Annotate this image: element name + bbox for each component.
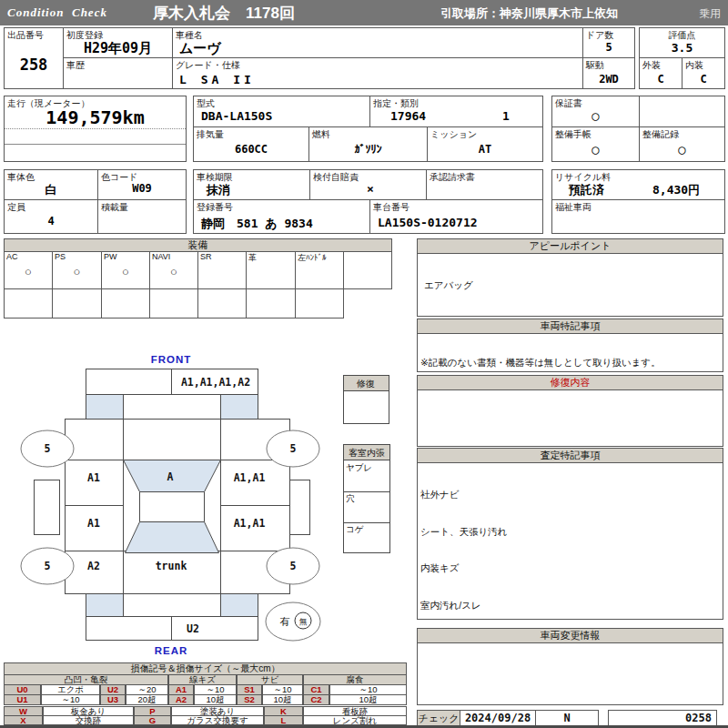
left-quarter-damage: A2 xyxy=(87,560,100,572)
cabin-lining-box: 客室内張 ヤブレ 穴 コゲ xyxy=(344,445,390,553)
displacement-label: 排気量 xyxy=(197,128,224,141)
equipment-mark: ○ xyxy=(53,265,101,278)
capacity-label: 定員 xyxy=(7,201,25,214)
recycle-status-value: 預託済 xyxy=(569,182,604,198)
equipment-cell-navi: NAVI ○ xyxy=(149,251,198,289)
equipment-empty-cell xyxy=(52,288,102,318)
assessment-title: 査定特記事項 xyxy=(418,449,723,463)
assessment-content: 社外ナビ シート、天張り汚れ 内装キズ 室内汚れ/スレ パンク修理キット有 ドア… xyxy=(418,463,723,619)
transmission-label: ミッション xyxy=(430,128,477,141)
maintenance-record-label: 整備記録 xyxy=(642,128,679,141)
equipment-cell-pw: PW ○ xyxy=(101,251,150,289)
exterior-value: C xyxy=(640,73,682,86)
field-drive: 駆動 2WD xyxy=(582,57,635,89)
field-recycle-fee: リサイクル料 預託済 8,430円 xyxy=(551,169,725,200)
rear-left-tire-depth: 5 xyxy=(45,560,51,572)
cabin-row-tear: ヤブレ xyxy=(346,462,372,472)
condition-check-sheet: Condition Check 厚木入札会 1178回 引取場所：神奈川県厚木市… xyxy=(0,0,728,728)
legend-value: ～10 xyxy=(41,694,100,705)
approval-label: 承認請求書 xyxy=(430,171,475,184)
special-notes-title: 車両特記事項 xyxy=(418,319,723,334)
interior-label: 内装 xyxy=(685,59,703,72)
front-left-tire-depth: 5 xyxy=(45,442,51,455)
fuel-label: 燃料 xyxy=(312,128,330,141)
class-no-value: 17964 xyxy=(390,109,426,123)
field-load: 積載量 xyxy=(97,199,187,234)
repair-detail-panel: 修復内容 xyxy=(417,375,723,447)
field-capacity: 定員 4 xyxy=(4,199,98,234)
assessment-line: シート、天張り汚れ xyxy=(420,526,720,539)
cabin-lining-title: 客室内張 xyxy=(349,448,385,458)
field-warranty: 保証書 ○ xyxy=(551,96,640,127)
field-interior-grade: 内装 C xyxy=(682,57,725,89)
left-rear-door-damage: A1 xyxy=(87,517,100,530)
equipment-label: SR xyxy=(200,252,212,261)
recycle-fee-value: 8,430円 xyxy=(652,182,700,198)
equipment-cell-leather: 革 xyxy=(246,251,296,289)
field-maintenance-record: 整備記録 ○ xyxy=(639,126,725,162)
capacity-value: 4 xyxy=(5,215,97,228)
cabin-row-burn: コゲ xyxy=(346,524,364,534)
legend-code: C2 xyxy=(303,694,329,705)
vehicle-category: 乗用 xyxy=(699,6,721,22)
registration-value: 静岡 581 あ 9834 xyxy=(201,216,313,232)
doors-value: 5 xyxy=(583,41,634,54)
legend-mark-value: 交換跡 xyxy=(43,715,134,725)
field-chassis-number: 車台番号 LA150S-0120712 xyxy=(369,199,543,234)
disclaimer-text: ※記載のない書類・機器等は無しとして取り扱います。 xyxy=(420,357,661,369)
maintenance-record-value: ○ xyxy=(640,142,724,157)
field-insurance: 検付自賠責 × xyxy=(309,169,427,200)
field-class-number: 指定・類別 17964 1 xyxy=(369,96,543,127)
trunk-label: trunk xyxy=(156,560,187,572)
meter-divider-dotted xyxy=(5,128,186,129)
maintenance-book-value: ○ xyxy=(552,142,639,157)
legend-value: 10超 xyxy=(262,694,303,705)
model-value: ムーヴ xyxy=(179,40,221,57)
transmission-value: AT xyxy=(428,143,542,156)
equipment-mark: ○ xyxy=(5,265,52,278)
class-label: 指定・類別 xyxy=(373,97,419,110)
equipment-label: 革 xyxy=(248,252,257,264)
appeal-panel: アピールポイント エアバッグ ABS ETC xyxy=(417,238,723,317)
right-front-door-damage: A1,A1 xyxy=(234,471,266,484)
meter-divider-solid xyxy=(5,144,186,145)
windshield-damage: A xyxy=(167,470,174,483)
field-displacement: 排気量 660CC xyxy=(193,126,309,162)
drive-value: 2WD xyxy=(583,73,634,86)
field-body-color: 車体色 白 xyxy=(4,169,98,200)
auction-title: 厚木入札会 1178回 xyxy=(153,3,295,24)
equipment-cell-lhd: 左ﾊﾝﾄﾞﾙ xyxy=(295,251,344,289)
equipment-empty-cell xyxy=(197,288,247,318)
equipment-empty-cell xyxy=(101,288,150,318)
legend-value: 20超 xyxy=(126,694,168,705)
field-maintenance-book: 整備手帳 ○ xyxy=(551,126,640,162)
insurance-value: × xyxy=(367,182,374,196)
special-notes-panel: 車両特記事項 ※記載のない書類・機器等は無しとして取り扱います。 xyxy=(417,318,723,372)
equipment-label: PS xyxy=(55,252,66,261)
change-info-panel: 車両変更情報 xyxy=(417,628,723,705)
appeal-content: エアバッグ ABS ETC xyxy=(418,254,723,316)
equipment-label: NAVI xyxy=(152,252,170,261)
check-inspector: N xyxy=(535,710,599,726)
front-label: FRONT xyxy=(151,354,192,365)
model-code-label: 型式 xyxy=(197,97,215,110)
welfare-label: 福祉車両 xyxy=(555,201,592,214)
warranty-value: ○ xyxy=(552,108,639,123)
field-history: 車歴 xyxy=(63,57,173,89)
legend-value: 10超 xyxy=(194,694,237,705)
equipment-title: 装備 xyxy=(4,238,392,252)
check-label: チェック xyxy=(417,710,460,726)
assessment-line: 内装キズ xyxy=(420,562,720,575)
lot-value: 258 xyxy=(5,56,63,74)
appeal-line: エアバッグ xyxy=(420,279,720,292)
assessment-line: 社外ナビ xyxy=(420,489,720,501)
check-date: 2024/09/28 xyxy=(460,710,536,726)
appeal-title: アピールポイント xyxy=(418,239,723,254)
pickup-location: 引取場所：神奈川県厚木市上依知 xyxy=(440,5,618,22)
interior-value: C xyxy=(682,73,724,86)
history-label: 車歴 xyxy=(66,59,85,72)
body-color-value: 白 xyxy=(5,182,97,198)
equipment-cell-ac: AC ○ xyxy=(4,251,53,289)
legend-code: S2 xyxy=(237,694,262,705)
equipment-cell-sr: SR xyxy=(197,251,247,289)
